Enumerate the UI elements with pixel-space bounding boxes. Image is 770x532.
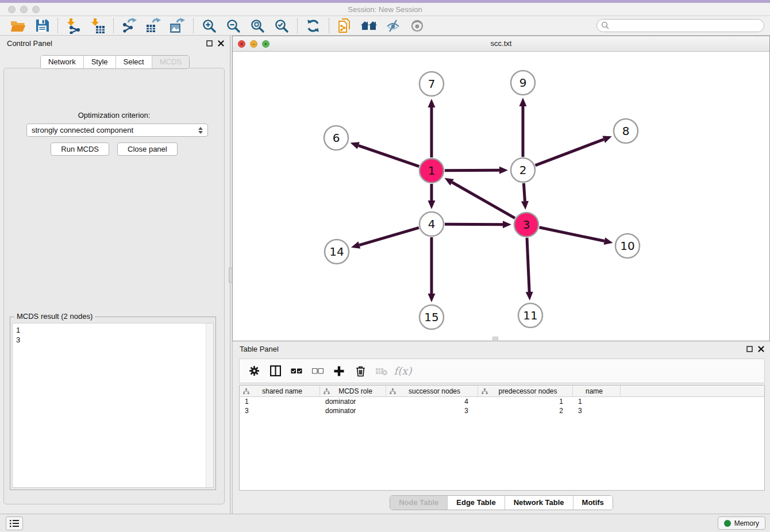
hide-panel-button[interactable] (384, 17, 402, 34)
result-line: 1 (16, 325, 210, 335)
float-panel-button[interactable] (206, 40, 213, 47)
deselect-all-button[interactable] (309, 363, 326, 380)
tab-network-table[interactable]: Network Table (505, 496, 573, 510)
table-float-button[interactable] (746, 346, 753, 352)
export-table-icon (145, 18, 161, 34)
criterion-dropdown[interactable]: strongly connected component (26, 124, 208, 137)
search-input[interactable] (596, 19, 764, 32)
graph-edge-4-14[interactable] (359, 228, 419, 245)
mcds-result-textarea[interactable]: 13 (12, 323, 214, 488)
graph-node-label-7: 7 (428, 77, 436, 91)
run-mcds-button[interactable]: Run MCDS (51, 142, 109, 156)
graph-node-label-3: 3 (523, 218, 530, 232)
table-cell[interactable]: dominator (320, 407, 386, 415)
show-columns-button[interactable] (267, 363, 284, 380)
toolbar-separator (329, 18, 329, 33)
export-network-button[interactable] (120, 17, 138, 34)
tab-motifs[interactable]: Motifs (573, 496, 613, 510)
column-header-name[interactable]: name (573, 385, 621, 396)
table-cell[interactable]: 1 (573, 398, 621, 406)
column-header-successor-nodes[interactable]: successor nodes (386, 385, 478, 396)
graph-edge-2-3[interactable] (523, 183, 525, 201)
result-scrollbar[interactable] (206, 323, 213, 487)
clone-network-icon (337, 18, 353, 34)
table-cell[interactable]: 1 (240, 398, 320, 406)
graph-edge-3-1[interactable] (452, 182, 515, 218)
table-cell[interactable]: 4 (386, 398, 478, 406)
column-header-predecessor-nodes[interactable]: predecessor nodes (478, 385, 573, 396)
table-cell[interactable]: 3 (573, 407, 621, 415)
zoom-selected-button[interactable] (272, 17, 291, 34)
table-row[interactable]: 1dominator411 (240, 397, 764, 406)
zoom-out-button[interactable] (224, 17, 242, 34)
table-panel: Table Panel (232, 341, 770, 514)
memory-button[interactable]: Memory (718, 516, 765, 530)
save-session-button[interactable] (33, 17, 51, 34)
tab-mcds[interactable]: MCDS (152, 56, 189, 68)
apply-style-button[interactable] (304, 17, 322, 34)
graph-node-label-14: 14 (329, 245, 344, 259)
column-label: predecessor nodes (488, 387, 572, 395)
column-label: MCDS role (330, 387, 386, 395)
network-bottom-grip[interactable] (492, 337, 498, 340)
graph-edge-3-11[interactable] (527, 238, 529, 292)
column-header-mcds-role[interactable]: MCDS role (320, 385, 386, 396)
control-panel: Control Panel Optimization criterion: st… (0, 36, 230, 514)
select-all-icon (291, 368, 302, 374)
mcds-result-group: MCDS result (2 nodes) 13 (10, 317, 216, 490)
graph-edge-3-10[interactable] (540, 228, 605, 241)
graph-edge-1-6[interactable] (359, 145, 419, 166)
graph-edge-arrow-2-9 (519, 98, 527, 106)
clone-network-button[interactable] (336, 17, 354, 34)
close-panel-button-mcds[interactable]: Close panel (117, 142, 178, 156)
tab-node-table[interactable]: Node Table (390, 496, 448, 510)
graph-edge-4-3[interactable] (445, 224, 503, 225)
network-overview-button[interactable] (360, 17, 378, 34)
zoom-in-button[interactable] (200, 17, 218, 34)
table-settings-button[interactable] (245, 363, 263, 380)
open-session-button[interactable] (9, 17, 27, 34)
network-window-titlebar[interactable]: ✕ − + scc.txt (233, 36, 769, 52)
tab-network[interactable]: Network (41, 56, 84, 68)
graph-edge-arrow-3-11 (526, 292, 533, 300)
zoom-fit-button[interactable] (248, 17, 267, 34)
close-icon (758, 346, 764, 352)
zoom-out-icon (226, 18, 241, 33)
export-network-icon (121, 18, 137, 34)
table-cell[interactable]: dominator (320, 398, 386, 406)
close-panel-button[interactable] (218, 40, 224, 47)
table-cell[interactable]: 3 (386, 407, 478, 415)
gear-icon (249, 365, 260, 376)
graph-edge-1-2[interactable] (445, 170, 499, 171)
table-cell[interactable]: 3 (240, 407, 320, 415)
graph-edge-arrow-2-8 (602, 136, 611, 142)
result-line: 3 (16, 335, 210, 345)
zoom-in-icon (202, 18, 217, 33)
import-network-button[interactable] (64, 17, 83, 34)
graph-edge-2-8[interactable] (536, 140, 604, 165)
column-header-shared-name[interactable]: shared name (240, 385, 320, 396)
network-canvas[interactable]: 7968124314101511 (233, 52, 769, 341)
app-titlebar: Session: New Session (0, 3, 770, 16)
table-close-button[interactable] (758, 346, 764, 352)
float-icon (746, 346, 753, 352)
tab-select[interactable]: Select (116, 56, 152, 68)
export-image-button[interactable] (168, 17, 187, 34)
hierarchy-icon (390, 388, 396, 394)
delete-column-button[interactable] (352, 363, 369, 380)
show-panel-button[interactable] (408, 17, 426, 34)
open-folder-icon (10, 19, 26, 33)
add-column-button[interactable] (330, 363, 348, 380)
select-all-button[interactable] (288, 363, 305, 380)
hierarchy-icon (482, 388, 488, 394)
tab-style[interactable]: Style (84, 56, 116, 68)
deselect-all-icon (312, 368, 324, 374)
tab-edge-table[interactable]: Edge Table (448, 496, 505, 510)
column-label: successor nodes (396, 387, 478, 395)
import-table-button[interactable] (88, 17, 107, 34)
table-cell[interactable]: 2 (478, 407, 573, 415)
table-cell[interactable]: 1 (478, 398, 573, 406)
task-history-button[interactable] (6, 516, 23, 530)
table-row[interactable]: 3dominator323 (240, 406, 764, 415)
export-table-button[interactable] (144, 17, 163, 34)
